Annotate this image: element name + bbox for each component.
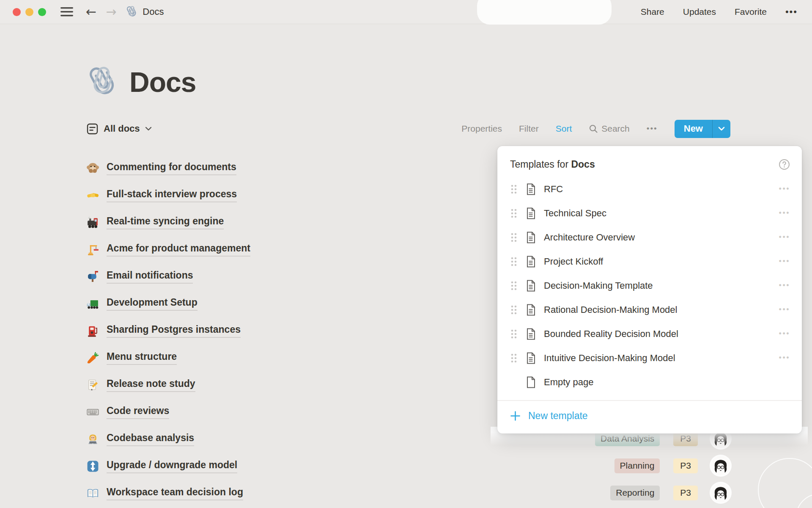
doc-list-item[interactable]: Release note study (86, 371, 250, 398)
doc-list-item[interactable]: Menu structure (86, 344, 250, 371)
search-label: Search (601, 124, 630, 134)
doc-list-item[interactable]: Codebase analysis (86, 425, 250, 453)
updates-button[interactable]: Updates (683, 7, 716, 17)
doc-title: Release note study (107, 378, 195, 392)
template-item-menu-button[interactable]: ••• (779, 329, 790, 338)
template-item[interactable]: Bounded Reality Decision Model ••• (497, 322, 802, 346)
panel-divider (497, 400, 802, 401)
building-construction-icon (86, 243, 99, 256)
zoom-window-button[interactable] (38, 8, 46, 16)
doc-list-item[interactable]: Full-stack interview process (86, 182, 250, 209)
plus-icon (510, 411, 521, 421)
template-item-menu-button[interactable]: ••• (779, 305, 790, 314)
template-item-label: Project Kickoff (544, 256, 779, 267)
list-view-icon (86, 123, 99, 135)
template-item-label: RFC (544, 184, 779, 195)
template-item[interactable]: Project Kickoff ••• (497, 249, 802, 273)
template-item-menu-button[interactable]: ••• (779, 233, 790, 242)
new-template-button[interactable]: New template (497, 403, 802, 429)
drag-handle[interactable] (510, 232, 518, 243)
table-row[interactable]: Reporting P3 (595, 479, 730, 506)
templates-panel-header: Templates for Docs (497, 146, 802, 177)
doc-title: Workspace team decision log (107, 486, 243, 500)
template-item-label: Technical Spec (544, 208, 779, 219)
doc-list-item[interactable]: Code reviews (86, 398, 250, 425)
page-with-lines-icon (524, 207, 537, 220)
window-more-options-button[interactable]: ••• (785, 6, 798, 17)
priority-pill: P3 (673, 486, 698, 500)
template-item[interactable]: Intuitive Decision-Making Model ••• (497, 346, 802, 370)
template-item-menu-button[interactable]: ••• (779, 209, 790, 218)
hamburger-icon (60, 7, 73, 17)
doc-title: Sharding Postgres instances (107, 323, 241, 338)
toolbar-more-options-button[interactable]: ••• (647, 124, 658, 133)
new-button[interactable]: New (675, 120, 712, 138)
memo-icon (86, 378, 99, 392)
tag-pill: Reporting (610, 486, 660, 500)
doc-list-item[interactable]: Development Setup (86, 290, 250, 317)
drag-handle[interactable] (510, 329, 518, 340)
template-item[interactable]: Decision-Making Template ••• (497, 273, 802, 298)
doc-list-item[interactable]: Commenting for documents (86, 155, 250, 182)
template-item-label: Decision-Making Template (544, 280, 779, 291)
doc-list: Commenting for documents Full-stack inte… (86, 155, 250, 507)
doc-list-item[interactable]: Acme for product management (86, 236, 250, 263)
favorite-button[interactable]: Favorite (735, 7, 767, 17)
new-split-button: New (675, 120, 730, 138)
template-item[interactable]: RFC ••• (497, 177, 802, 201)
template-item-menu-button[interactable]: ••• (779, 353, 790, 362)
keyboard-icon (86, 406, 99, 419)
doc-title: Upgrade / downgrade model (107, 459, 237, 473)
share-button[interactable]: Share (641, 7, 664, 17)
view-selector-label: All docs (104, 123, 140, 134)
view-selector[interactable]: All docs (86, 123, 152, 135)
drag-handle[interactable] (510, 280, 518, 291)
close-window-button[interactable] (13, 8, 21, 16)
doc-list-item[interactable]: Real-time syncing engine (86, 209, 250, 236)
template-item-label: Intuitive Decision-Making Model (544, 353, 779, 364)
templates-help-button[interactable] (779, 159, 790, 170)
linked-paperclips-icon (126, 6, 138, 18)
collection-toolbar: All docs Properties Filter Sort Search •… (86, 119, 730, 138)
search-button[interactable]: Search (589, 124, 630, 134)
drag-handle[interactable] (510, 184, 518, 195)
table-row[interactable]: Planning P3 (595, 452, 730, 479)
page-with-lines-icon (524, 352, 537, 364)
template-item[interactable]: Technical Spec ••• (497, 201, 802, 225)
template-item-menu-button[interactable]: ••• (779, 281, 790, 290)
template-item-menu-button[interactable]: ••• (779, 185, 790, 193)
sidebar-menu-button[interactable] (60, 7, 73, 17)
templates-dropdown-panel: Templates for Docs RFC ••• (497, 146, 802, 433)
open-book-icon (86, 487, 99, 500)
doc-title: Acme for product management (107, 242, 250, 257)
template-item[interactable]: Architecture Overview ••• (497, 225, 802, 249)
sort-button[interactable]: Sort (556, 124, 572, 134)
chevron-down-icon (718, 127, 725, 131)
drag-handle[interactable] (510, 208, 518, 219)
new-button-dropdown[interactable] (713, 120, 730, 138)
properties-button[interactable]: Properties (461, 124, 502, 134)
template-item-menu-button[interactable]: ••• (779, 257, 790, 266)
doc-list-item[interactable]: Sharding Postgres instances (86, 317, 250, 344)
traffic-lights (13, 8, 46, 16)
doc-title: Full-stack interview process (107, 188, 237, 202)
drag-handle[interactable] (510, 304, 518, 315)
page-with-lines-icon (524, 279, 537, 292)
drag-handle[interactable] (510, 256, 518, 267)
minimize-window-button[interactable] (25, 8, 33, 16)
back-button[interactable]: ← (86, 6, 96, 18)
handshake-icon (86, 189, 99, 202)
drag-handle[interactable] (510, 353, 518, 364)
fuel-pump-icon (86, 324, 99, 337)
articulated-lorry-icon (86, 297, 99, 310)
doc-list-item[interactable]: Email notifications (86, 263, 250, 290)
forward-button[interactable]: → (106, 6, 116, 18)
filter-button[interactable]: Filter (519, 124, 539, 134)
page-linked-paperclips-icon[interactable] (86, 64, 120, 100)
priority-pill: P3 (673, 458, 698, 473)
template-item[interactable]: Rational Decision-Making Model ••• (497, 298, 802, 322)
doc-title: Email notifications (107, 269, 193, 284)
doc-list-item[interactable]: Upgrade / downgrade model (86, 453, 250, 480)
template-item[interactable]: Empty page ••• (497, 370, 802, 394)
doc-list-item[interactable]: Workspace team decision log (86, 480, 250, 507)
